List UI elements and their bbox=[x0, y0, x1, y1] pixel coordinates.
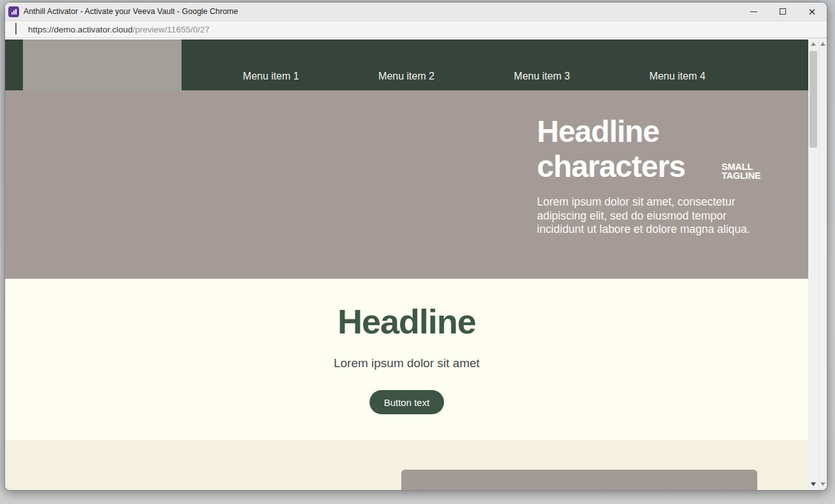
hero-headline: Headline characters bbox=[537, 114, 734, 184]
cta-button[interactable]: Button text bbox=[369, 390, 445, 414]
scroll-up-icon[interactable] bbox=[811, 42, 816, 46]
hero-tagline-line2: TAGLINE bbox=[722, 172, 760, 181]
menu-item-4[interactable]: Menu item 4 bbox=[610, 67, 745, 86]
close-icon: ✕ bbox=[808, 7, 817, 17]
close-button[interactable]: ✕ bbox=[797, 3, 827, 20]
menu-item-2[interactable]: Menu item 2 bbox=[339, 67, 475, 86]
address-bar[interactable]: https://demo.activator.cloud/preview/116… bbox=[5, 21, 827, 38]
outer-scrollbar[interactable] bbox=[818, 38, 826, 490]
window-title: Anthill Activator - Activate your Veeva … bbox=[24, 7, 238, 16]
minimize-icon bbox=[750, 11, 757, 12]
minimize-button[interactable] bbox=[739, 3, 768, 20]
maximize-icon bbox=[780, 8, 786, 15]
section-headline: Headline bbox=[5, 302, 808, 341]
outer-scroll-up-icon[interactable] bbox=[820, 42, 825, 46]
window-controls: ✕ bbox=[739, 3, 827, 20]
bar-chart-icon bbox=[8, 6, 19, 17]
nav-menu: Menu item 1 Menu item 2 Menu item 3 Menu… bbox=[203, 67, 745, 86]
menu-item-1[interactable]: Menu item 1 bbox=[203, 67, 339, 86]
maximize-button[interactable] bbox=[768, 3, 797, 20]
scroll-down-icon[interactable] bbox=[811, 482, 816, 486]
browser-window: Anthill Activator - Activate your Veeva … bbox=[4, 2, 827, 491]
page-viewport: Menu item 1 Menu item 2 Menu item 3 Menu… bbox=[5, 38, 827, 490]
section-subtitle: Lorem ipsum dolor sit amet bbox=[5, 356, 808, 370]
image-placeholder bbox=[401, 470, 757, 490]
hero-section: Headline characters SMALL TAGLINE Lorem … bbox=[5, 90, 808, 279]
main-section: Headline Lorem ipsum dolor sit amet Butt… bbox=[5, 279, 808, 440]
logo-placeholder[interactable] bbox=[23, 39, 182, 90]
menu-item-3[interactable]: Menu item 3 bbox=[475, 67, 610, 86]
url-path: /preview/11655/0/27 bbox=[132, 25, 210, 34]
lower-section bbox=[5, 440, 808, 490]
inner-scrollbar[interactable] bbox=[808, 38, 818, 490]
scrollbar-thumb[interactable] bbox=[810, 51, 817, 148]
window-titlebar: Anthill Activator - Activate your Veeva … bbox=[5, 3, 827, 21]
site-navbar: Menu item 1 Menu item 2 Menu item 3 Menu… bbox=[5, 39, 808, 90]
url-domain: https://demo.activator.cloud bbox=[28, 25, 132, 34]
url-text[interactable]: https://demo.activator.cloud/preview/116… bbox=[28, 25, 210, 34]
lock-icon[interactable] bbox=[15, 24, 23, 35]
hero-tagline: SMALL TAGLINE bbox=[722, 163, 760, 180]
hero-paragraph: Lorem ipsum dolor sit amet, consectetur … bbox=[537, 195, 761, 237]
outer-scroll-down-icon[interactable] bbox=[820, 482, 825, 486]
page-content: Menu item 1 Menu item 2 Menu item 3 Menu… bbox=[5, 38, 808, 490]
